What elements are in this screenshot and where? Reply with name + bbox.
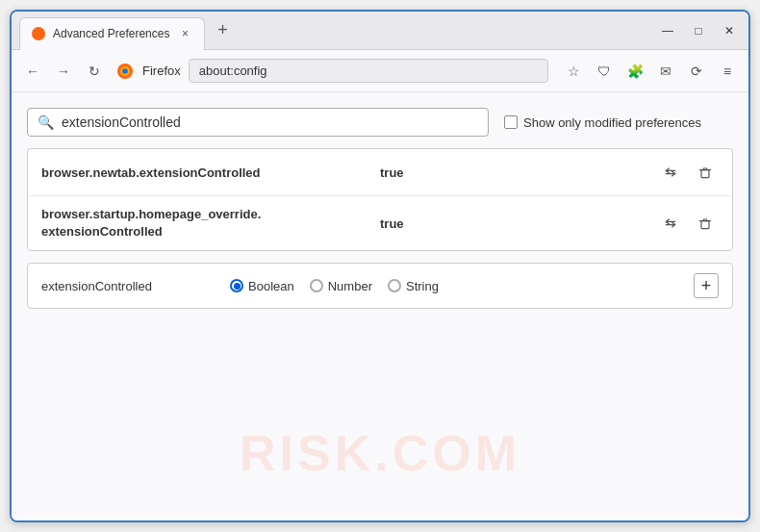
address-text: about:config xyxy=(199,63,267,78)
table-row: browser.startup.homepage_override. exten… xyxy=(28,196,732,250)
pref-value-2: true xyxy=(380,216,646,231)
window-controls: — □ ✕ xyxy=(656,19,741,42)
pref-name-1: browser.newtab.extensionControlled xyxy=(41,165,368,180)
shield-icon[interactable]: 🛡 xyxy=(591,58,618,85)
new-tab-button[interactable]: + xyxy=(209,17,236,44)
reset-icon-2 xyxy=(663,215,678,231)
minimize-button[interactable]: — xyxy=(656,19,679,42)
radio-number[interactable]: Number xyxy=(310,279,372,293)
show-modified-checkbox[interactable] xyxy=(504,115,518,129)
tab-title: Advanced Preferences xyxy=(53,27,169,40)
maximize-button[interactable]: □ xyxy=(687,19,710,42)
tab-close-button[interactable]: × xyxy=(177,26,192,41)
title-bar: Advanced Preferences × + — □ ✕ xyxy=(12,12,748,50)
back-button[interactable]: ← xyxy=(19,58,46,85)
radio-string-label: String xyxy=(406,279,439,293)
sync-icon[interactable]: ⟳ xyxy=(683,58,710,85)
nav-bar: ← → ↻ Firefox about:config ☆ 🛡 🧩 ✉ ⟳ ≡ xyxy=(12,50,748,92)
tab-favicon xyxy=(32,27,45,40)
delete-icon xyxy=(697,165,713,180)
forward-button[interactable]: → xyxy=(50,58,77,85)
radio-string[interactable]: String xyxy=(388,279,439,293)
pref-name-2: browser.startup.homepage_override. exten… xyxy=(41,206,368,241)
radio-boolean[interactable]: Boolean xyxy=(230,279,294,293)
search-icon: 🔍 xyxy=(38,114,54,130)
reset-button-1[interactable] xyxy=(657,159,684,186)
add-preference-button[interactable]: + xyxy=(694,273,719,298)
search-input[interactable]: extensionControlled xyxy=(62,114,478,130)
browser-name: Firefox xyxy=(142,63,181,78)
radio-number-label: Number xyxy=(328,279,372,293)
browser-window: Advanced Preferences × + — □ ✕ ← → ↻ Fir… xyxy=(10,10,750,522)
address-bar[interactable]: about:config xyxy=(189,59,548,83)
delete-button-2[interactable] xyxy=(692,210,719,237)
watermark: RISK.COM xyxy=(240,424,520,482)
svg-rect-4 xyxy=(701,221,709,229)
svg-rect-3 xyxy=(701,170,709,178)
mail-icon[interactable]: ✉ xyxy=(652,58,679,85)
delete-icon-2 xyxy=(697,215,713,231)
menu-icon[interactable]: ≡ xyxy=(714,58,741,85)
row-actions-1 xyxy=(657,159,719,186)
table-row: browser.newtab.extensionControlled true xyxy=(28,149,732,196)
bookmark-icon[interactable]: ☆ xyxy=(560,58,587,85)
show-modified-container: Show only modified preferences xyxy=(504,115,701,130)
extension-icon[interactable]: 🧩 xyxy=(621,58,648,85)
radio-number-circle[interactable] xyxy=(310,279,323,292)
svg-point-2 xyxy=(122,68,128,74)
delete-button-1[interactable] xyxy=(692,159,719,186)
browser-tab[interactable]: Advanced Preferences × xyxy=(19,17,205,50)
add-pref-name: extensionControlled xyxy=(41,279,215,293)
results-table: browser.newtab.extensionControlled true xyxy=(27,148,733,251)
content-area: RISK.COM 🔍 extensionControlled Show only… xyxy=(12,92,748,520)
nav-icons: ☆ 🛡 🧩 ✉ ⟳ ≡ xyxy=(560,58,741,85)
radio-string-circle[interactable] xyxy=(388,279,401,292)
radio-boolean-circle[interactable] xyxy=(230,279,243,292)
firefox-logo-icon xyxy=(115,62,135,81)
close-button[interactable]: ✕ xyxy=(718,19,741,42)
reset-icon xyxy=(663,165,678,180)
search-box[interactable]: 🔍 extensionControlled xyxy=(27,108,489,137)
show-modified-label: Show only modified preferences xyxy=(523,115,701,130)
add-pref-row: extensionControlled Boolean Number Strin… xyxy=(27,263,733,309)
radio-group: Boolean Number String xyxy=(230,279,678,293)
reset-button-2[interactable] xyxy=(657,210,684,237)
pref-value-1: true xyxy=(380,165,646,180)
row-actions-2 xyxy=(657,210,719,237)
search-row: 🔍 extensionControlled Show only modified… xyxy=(27,108,733,137)
reload-button[interactable]: ↻ xyxy=(81,58,108,85)
radio-boolean-label: Boolean xyxy=(248,279,294,293)
